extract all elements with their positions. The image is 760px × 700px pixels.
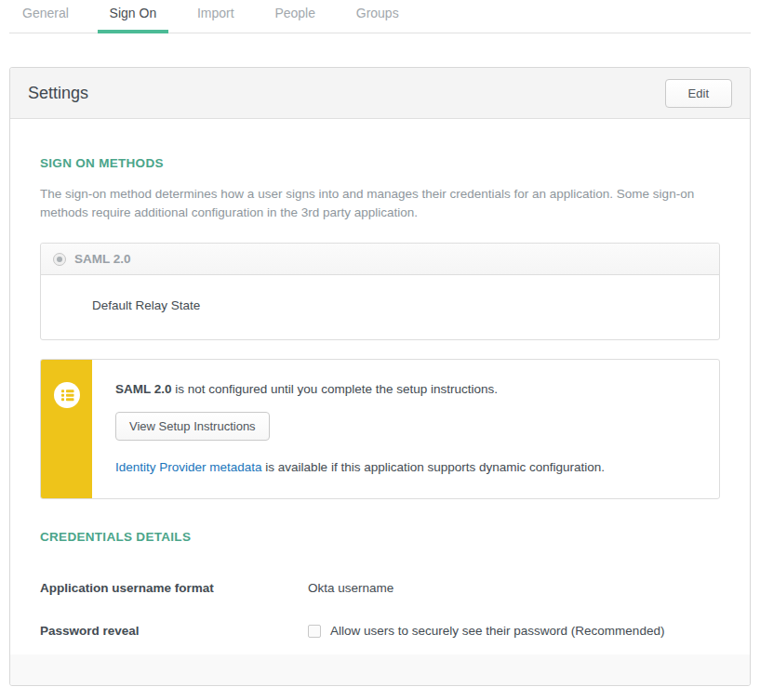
panel-title: Settings [28,84,88,103]
tab-import[interactable]: Import [197,0,234,33]
saml-method-header: SAML 2.0 [41,244,719,275]
settings-panel: Settings Edit SIGN ON METHODS The sign-o… [9,67,751,686]
setup-callout-message: SAML 2.0 is not configured until you com… [115,382,697,396]
idp-metadata-suffix: is available if this application support… [262,460,605,474]
idp-metadata-line: Identity Provider metadata is available … [115,460,697,474]
application-username-format-value: Okta username [308,581,393,595]
password-reveal-checkbox-label: Allow users to securely see their passwo… [330,624,664,638]
settings-panel-body: SIGN ON METHODS The sign-on method deter… [10,119,750,654]
setup-instructions-list-icon [54,382,80,408]
tab-people[interactable]: People [274,0,315,33]
tab-groups[interactable]: Groups [356,0,399,33]
password-reveal-checkbox[interactable] [308,625,321,638]
default-relay-state-label: Default Relay State [92,298,200,312]
callout-method-name: SAML 2.0 [115,382,172,396]
view-setup-instructions-button[interactable]: View Setup Instructions [115,412,270,441]
setup-callout-content: SAML 2.0 is not configured until you com… [92,360,719,498]
saml-radio-icon[interactable] [53,253,66,266]
application-username-format-label: Application username format [40,581,308,595]
saml-method-name: SAML 2.0 [74,252,131,266]
sign-on-methods-heading: SIGN ON METHODS [40,156,720,170]
saml-method-body: Default Relay State [41,275,719,339]
settings-panel-header: Settings Edit [10,68,750,119]
password-reveal-row: Password reveal Allow users to securely … [40,624,720,638]
setup-callout: SAML 2.0 is not configured until you com… [40,359,720,499]
settings-panel-footer [10,654,750,685]
application-username-format-row: Application username format Okta usernam… [40,581,720,595]
sign-on-methods-description: The sign-on method determines how a user… [40,185,720,221]
password-reveal-label: Password reveal [40,624,308,638]
setup-callout-band [41,360,92,498]
tab-general[interactable]: General [22,0,69,33]
password-reveal-control: Allow users to securely see their passwo… [308,624,664,638]
tab-sign-on[interactable]: Sign On [110,0,157,33]
callout-message-text: is not configured until you complete the… [172,382,498,396]
app-tab-bar: General Sign On Import People Groups [9,0,751,33]
identity-provider-metadata-link[interactable]: Identity Provider metadata [115,460,262,474]
edit-button[interactable]: Edit [665,79,732,108]
credentials-details-heading: CREDENTIALS DETAILS [40,530,720,544]
saml-method-box: SAML 2.0 Default Relay State [40,243,720,340]
